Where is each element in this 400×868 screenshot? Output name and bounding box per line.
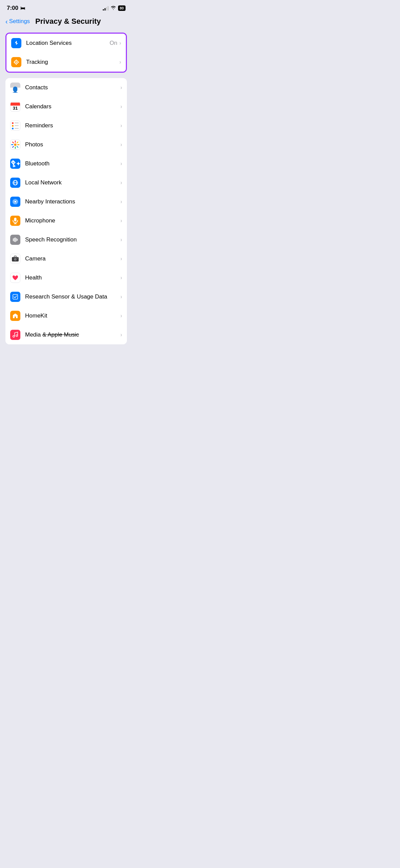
svg-point-31 (15, 259, 16, 260)
signal-icon (103, 6, 109, 11)
location-icon (11, 38, 21, 48)
location-services-label: Location Services (26, 40, 110, 47)
bluetooth-chevron-icon: › (120, 161, 122, 167)
media-music-icon (10, 330, 20, 340)
microphone-item[interactable]: Microphone › (5, 211, 127, 230)
media-music-chevron-icon: › (120, 332, 122, 338)
hotel-icon: 🛏 (20, 5, 25, 11)
reminders-chevron-icon: › (120, 123, 122, 129)
nearby-interactions-item[interactable]: Nearby Interactions › (5, 192, 127, 211)
speech-recognition-chevron-icon: › (120, 237, 122, 243)
nearby-interactions-chevron-icon: › (120, 199, 122, 205)
speech-recognition-label: Speech Recognition (25, 236, 120, 243)
first-section: Location Services On › Tracking › (5, 33, 127, 73)
media-music-item[interactable]: Media & Apple Music › (5, 325, 127, 344)
bluetooth-icon: ✦ (10, 159, 20, 169)
svg-line-35 (15, 296, 17, 298)
speech-recognition-icon (10, 235, 20, 245)
svg-point-6 (14, 144, 17, 146)
svg-line-11 (13, 142, 14, 143)
camera-chevron-icon: › (120, 256, 122, 262)
health-label: Health (25, 274, 120, 281)
research-sensor-icon (10, 292, 20, 302)
status-time: 7:00 🛏 (7, 5, 25, 12)
svg-point-1 (16, 61, 17, 63)
camera-label: Camera (25, 255, 120, 262)
homekit-chevron-icon: › (120, 313, 122, 319)
research-sensor-chevron-icon: › (120, 294, 122, 300)
media-music-label: Media & Apple Music (25, 331, 120, 338)
svg-point-18 (14, 201, 16, 203)
microphone-chevron-icon: › (120, 218, 122, 224)
contacts-label: Contacts (25, 84, 120, 91)
status-bar: 7:00 🛏 80 (0, 0, 132, 14)
time-label: 7:00 (7, 5, 18, 12)
photos-icon (10, 140, 20, 150)
reminders-label: Reminders (25, 122, 120, 129)
svg-rect-21 (14, 218, 17, 221)
status-icons: 80 (103, 5, 126, 11)
camera-icon (10, 254, 20, 264)
calendars-label: Calendars (25, 103, 120, 110)
contacts-chevron-icon: › (120, 85, 122, 91)
local-network-chevron-icon: › (120, 180, 122, 186)
location-chevron-icon: › (119, 40, 121, 46)
bluetooth-label: Bluetooth (25, 160, 120, 167)
svg-line-13 (17, 142, 18, 143)
location-services-item[interactable]: Location Services On › (6, 34, 126, 53)
tracking-chevron-icon: › (119, 59, 121, 65)
bluetooth-item[interactable]: ✦ Bluetooth › (5, 154, 127, 173)
svg-rect-32 (17, 258, 18, 258)
reminders-icon (10, 121, 20, 131)
svg-rect-27 (16, 238, 17, 241)
nearby-interactions-icon (10, 197, 20, 207)
photos-chevron-icon: › (120, 142, 122, 148)
local-network-icon (10, 178, 20, 188)
homekit-item[interactable]: HomeKit › (5, 306, 127, 325)
homekit-label: HomeKit (25, 312, 120, 319)
back-chevron-icon: ‹ (5, 18, 8, 25)
health-icon (10, 273, 20, 283)
photos-label: Photos (25, 141, 120, 148)
photos-item[interactable]: Photos › (5, 135, 127, 154)
tracking-item[interactable]: Tracking › (6, 53, 126, 72)
svg-rect-28 (17, 239, 18, 241)
homekit-icon (10, 311, 20, 321)
calendars-item[interactable]: 31 Calendars › (5, 97, 127, 116)
reminders-item[interactable]: Reminders › (5, 116, 127, 135)
health-chevron-icon: › (120, 275, 122, 281)
local-network-label: Local Network (25, 179, 120, 186)
contacts-item[interactable]: 👤 Contacts › (5, 78, 127, 97)
contacts-icon: 👤 (10, 83, 20, 93)
svg-rect-25 (14, 238, 15, 242)
health-item[interactable]: Health › (5, 268, 127, 287)
battery-icon: 80 (118, 5, 126, 11)
calendars-chevron-icon: › (120, 104, 122, 110)
content-area: Location Services On › Tracking › (0, 30, 132, 352)
camera-item[interactable]: Camera › (5, 249, 127, 268)
svg-line-14 (13, 146, 14, 147)
nearby-interactions-label: Nearby Interactions (25, 198, 120, 205)
research-sensor-label: Research Sensor & Usage Data (25, 293, 120, 300)
svg-rect-26 (15, 237, 16, 242)
microphone-label: Microphone (25, 217, 120, 224)
speech-recognition-item[interactable]: Speech Recognition › (5, 230, 127, 249)
local-network-item[interactable]: Local Network › (5, 173, 127, 192)
microphone-icon (10, 216, 20, 226)
calendars-icon: 31 (10, 102, 20, 112)
nav-bar: ‹ Settings Privacy & Security (0, 14, 132, 30)
wifi-icon (111, 5, 116, 11)
back-label: Settings (9, 18, 30, 25)
svg-rect-24 (13, 238, 14, 241)
location-services-value: On (110, 40, 117, 47)
tracking-label: Tracking (26, 59, 119, 66)
page-title: Privacy & Security (35, 17, 101, 26)
svg-line-12 (17, 146, 18, 147)
second-section: 👤 Contacts › 31 Calendars › (5, 78, 127, 344)
research-sensor-item[interactable]: Research Sensor & Usage Data › (5, 287, 127, 306)
back-button[interactable]: ‹ Settings (5, 18, 30, 25)
tracking-icon (11, 57, 21, 67)
svg-rect-33 (13, 294, 18, 299)
